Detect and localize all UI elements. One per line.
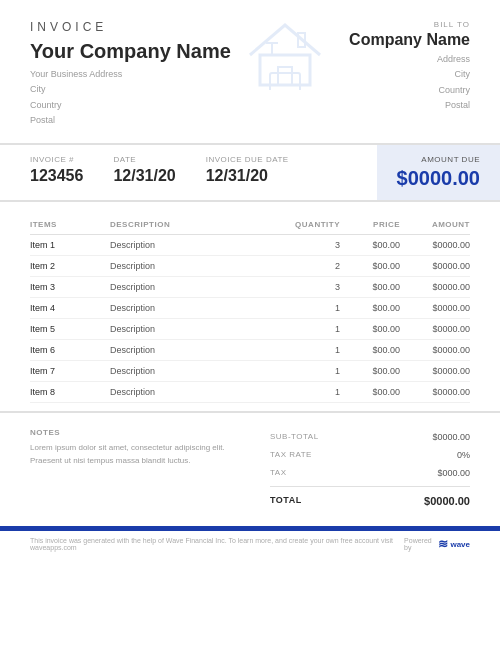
col-description-header: DESCRIPTION (110, 220, 270, 229)
item-price: $00.00 (340, 366, 400, 376)
item-description: Description (110, 324, 270, 334)
due-date-value: 12/31/20 (206, 167, 289, 185)
watermark-icon (240, 15, 330, 92)
item-quantity: 2 (270, 261, 340, 271)
invoice-details-main: INVOICE # 123456 DATE 12/31/20 INVOICE D… (0, 145, 377, 200)
item-amount: $0000.00 (400, 387, 470, 397)
item-description: Description (110, 240, 270, 250)
items-section: ITEMS DESCRIPTION QUANTITY PRICE AMOUNT … (0, 212, 500, 403)
table-row: Item 6 Description 1 $00.00 $0000.00 (30, 340, 470, 361)
table-row: Item 8 Description 1 $00.00 $0000.00 (30, 382, 470, 403)
footer-section: NOTES Lorem ipsum dolor sit amet, consec… (0, 411, 500, 526)
col-amount-header: AMOUNT (400, 220, 470, 229)
item-price: $00.00 (340, 387, 400, 397)
item-price: $00.00 (340, 261, 400, 271)
svg-rect-5 (270, 73, 300, 90)
item-description: Description (110, 387, 270, 397)
item-price: $00.00 (340, 282, 400, 292)
item-name: Item 1 (30, 240, 110, 250)
svg-rect-1 (278, 67, 292, 85)
total-label: TOTAL (270, 495, 302, 507)
wave-logo: ≋ wave (438, 537, 470, 551)
total-row: TOTAL $0000.00 (270, 486, 470, 511)
subtotal-value: $0000.00 (432, 432, 470, 442)
client-city: City (349, 67, 470, 82)
bill-to-label: BILL TO (349, 20, 470, 29)
subtotal-label: SUB-TOTAL (270, 432, 319, 442)
client-country: Country (349, 83, 470, 98)
item-quantity: 1 (270, 303, 340, 313)
invoice-number-block: INVOICE # 123456 (30, 155, 83, 190)
item-price: $00.00 (340, 324, 400, 334)
item-description: Description (110, 345, 270, 355)
client-postal: Postal (349, 98, 470, 113)
date-value: 12/31/20 (113, 167, 175, 185)
subtotal-row: SUB-TOTAL $0000.00 (270, 428, 470, 446)
items-container: Item 1 Description 3 $00.00 $0000.00 Ite… (30, 235, 470, 403)
client-address: Address (349, 52, 470, 67)
item-quantity: 1 (270, 366, 340, 376)
item-amount: $0000.00 (400, 324, 470, 334)
table-row: Item 5 Description 1 $00.00 $0000.00 (30, 319, 470, 340)
items-table-header: ITEMS DESCRIPTION QUANTITY PRICE AMOUNT (30, 212, 470, 235)
item-name: Item 6 (30, 345, 110, 355)
item-amount: $0000.00 (400, 261, 470, 271)
tax-rate-row: TAX RATE 0% (270, 446, 470, 464)
item-description: Description (110, 303, 270, 313)
item-name: Item 5 (30, 324, 110, 334)
table-row: Item 2 Description 2 $00.00 $0000.00 (30, 256, 470, 277)
item-description: Description (110, 261, 270, 271)
item-description: Description (110, 282, 270, 292)
col-quantity-header: QUANTITY (270, 220, 340, 229)
item-amount: $0000.00 (400, 282, 470, 292)
item-name: Item 2 (30, 261, 110, 271)
invoice-page: INVOICE Your Company Name Your Business … (0, 0, 500, 557)
total-value: $0000.00 (424, 495, 470, 507)
amount-due-block: AMOUNT DUE $0000.00 (377, 145, 500, 200)
tax-rate-label: TAX RATE (270, 450, 312, 460)
item-quantity: 1 (270, 324, 340, 334)
notes-label: NOTES (30, 428, 250, 437)
table-row: Item 3 Description 3 $00.00 $0000.00 (30, 277, 470, 298)
invoice-header: INVOICE Your Company Name Your Business … (0, 0, 500, 145)
due-date-label: INVOICE DUE DATE (206, 155, 289, 164)
powered-by-text: Powered by (404, 537, 434, 551)
item-amount: $0000.00 (400, 366, 470, 376)
col-price-header: PRICE (340, 220, 400, 229)
item-price: $00.00 (340, 345, 400, 355)
wave-icon: ≋ (438, 537, 448, 551)
invoice-date-block: DATE 12/31/20 (113, 155, 175, 190)
col-items-header: ITEMS (30, 220, 110, 229)
powered-by: Powered by ≋ wave (404, 537, 470, 551)
table-row: Item 1 Description 3 $00.00 $0000.00 (30, 235, 470, 256)
notes-text: Lorem ipsum dolor sit amet, consectetur … (30, 442, 250, 468)
amount-due-value: $0000.00 (397, 167, 480, 190)
table-row: Item 7 Description 1 $00.00 $0000.00 (30, 361, 470, 382)
footer-note-bar: This invoice was generated with the help… (0, 531, 500, 557)
item-quantity: 1 (270, 345, 340, 355)
item-price: $00.00 (340, 240, 400, 250)
client-name: Company Name (349, 31, 470, 49)
invoice-num-value: 123456 (30, 167, 83, 185)
tax-row: TAX $000.00 (270, 464, 470, 482)
bill-to-section: BILL TO Company Name Address City Countr… (349, 20, 470, 113)
item-name: Item 4 (30, 303, 110, 313)
invoice-num-label: INVOICE # (30, 155, 83, 164)
wave-label: wave (450, 540, 470, 549)
svg-rect-0 (260, 55, 310, 85)
item-amount: $0000.00 (400, 345, 470, 355)
totals-block: SUB-TOTAL $0000.00 TAX RATE 0% TAX $000.… (270, 428, 470, 511)
item-description: Description (110, 366, 270, 376)
item-name: Item 3 (30, 282, 110, 292)
invoice-details-bar: INVOICE # 123456 DATE 12/31/20 INVOICE D… (0, 145, 500, 202)
date-label: DATE (113, 155, 175, 164)
item-name: Item 7 (30, 366, 110, 376)
tax-label: TAX (270, 468, 286, 478)
item-amount: $0000.00 (400, 303, 470, 313)
tax-rate-value: 0% (457, 450, 470, 460)
invoice-due-date-block: INVOICE DUE DATE 12/31/20 (206, 155, 289, 190)
item-quantity: 1 (270, 387, 340, 397)
item-quantity: 3 (270, 240, 340, 250)
notes-block: NOTES Lorem ipsum dolor sit amet, consec… (30, 428, 250, 511)
item-amount: $0000.00 (400, 240, 470, 250)
